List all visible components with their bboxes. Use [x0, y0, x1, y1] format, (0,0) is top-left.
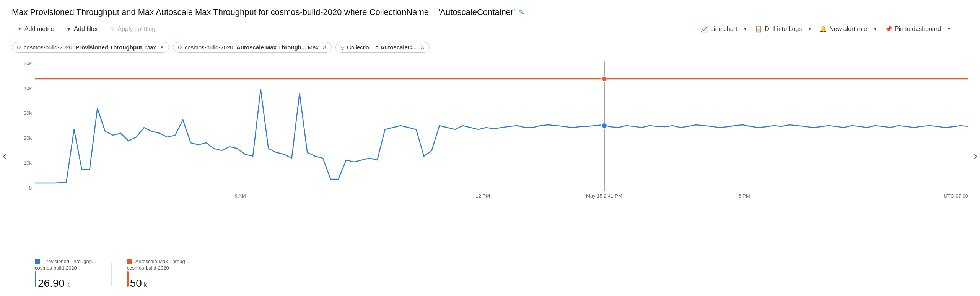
add-filter-button[interactable]: ▼ Add filter: [60, 23, 103, 35]
chart-plot-area: [35, 61, 968, 191]
add-metric-button[interactable]: ✦ Add metric: [12, 23, 59, 35]
legend-provisioned-sub-row: cosmos-build-2020: [35, 265, 96, 271]
apply-splitting-icon: ⁘: [110, 26, 115, 33]
metric-chip-1-close[interactable]: ✕: [160, 44, 164, 50]
utc-label: UTC-07:00: [944, 193, 968, 199]
legend-divider: [111, 263, 112, 286]
orange-cursor-dot: [602, 76, 607, 82]
toolbar-right: 📈 Line chart ▾ 📋 Drill into Logs ▾ 🔔 New…: [697, 23, 968, 35]
metric-chip-2-text: cosmos-build-2020, Autoscale Max Through…: [185, 44, 319, 51]
grid-line-10k: [35, 165, 968, 165]
blue-series-line: [35, 89, 968, 183]
drill-logs-icon: 📋: [755, 25, 762, 33]
legend-item-provisioned: Provisioned Throughp... cosmos-build-202…: [35, 258, 96, 289]
y-label-0: 0: [29, 185, 32, 191]
legend-autoscale-unit: k: [143, 281, 147, 289]
legend-provisioned-sub: cosmos-build-2020: [35, 265, 77, 271]
pin-dashboard-control: 📌 Pin to dashboard ▾: [881, 23, 953, 35]
metric-chip-1[interactable]: ⟳ cosmos-build-2020, Provisioned Through…: [12, 42, 169, 53]
metric-chip-2[interactable]: ⟳ cosmos-build-2020, Autoscale Max Throu…: [173, 42, 332, 53]
pin-dashboard-button[interactable]: 📌 Pin to dashboard: [881, 23, 945, 35]
chart-wrapper: 50k 40k 30k 20k 10k 0: [12, 61, 968, 206]
pin-dashboard-icon: 📌: [885, 25, 892, 33]
legend-autoscale-value: 50: [130, 277, 142, 289]
filter-chip-icon: ▽: [340, 44, 345, 51]
legend-provisioned-value-row: 26.90 k: [35, 271, 96, 289]
legend-autoscale-sub: cosmos-build-2020: [127, 265, 169, 271]
legend-provisioned-bar: [35, 271, 36, 287]
filter-chip-text: Collectio... = AutoscaleC...: [347, 44, 417, 51]
legend-autoscale-label: Autoscale Max Throug...: [135, 258, 189, 264]
pin-dashboard-dropdown[interactable]: ▾: [945, 24, 953, 34]
x-label-12pm: 12 PM: [475, 193, 490, 199]
grid-line-50k: [35, 61, 968, 61]
legend-area: Provisioned Throughp... cosmos-build-202…: [0, 255, 980, 296]
metric-chip-2-icon: ⟳: [178, 44, 182, 51]
metric-chip-2-close[interactable]: ✕: [322, 44, 327, 50]
grid-line-20k: [35, 139, 968, 139]
apply-splitting-button[interactable]: ⁘ Apply splitting: [105, 23, 161, 35]
grid-line-40k: [35, 87, 968, 87]
chart-svg: [35, 61, 968, 191]
more-options-button[interactable]: ···: [955, 23, 968, 35]
new-alert-label: New alert rule: [829, 26, 867, 33]
filter-bar: ⟳ cosmos-build-2020, Provisioned Through…: [0, 38, 980, 57]
line-chart-label: Line chart: [710, 26, 737, 33]
y-label-50k: 50k: [24, 61, 32, 66]
line-chart-dropdown[interactable]: ▾: [741, 24, 749, 34]
x-label-cursor: May 15 2:41 PM: [586, 193, 622, 199]
toolbar: ✦ Add metric ▼ Add filter ⁘ Apply splitt…: [0, 20, 980, 38]
line-chart-icon: 📈: [700, 25, 708, 33]
legend-autoscale-bar: [127, 271, 129, 287]
x-label-6am: 6 AM: [234, 193, 246, 199]
pin-dashboard-label: Pin to dashboard: [895, 26, 941, 33]
chart-nav-right[interactable]: ›: [972, 146, 980, 166]
filter-chip-close[interactable]: ✕: [420, 44, 425, 50]
new-alert-icon: 🔔: [819, 25, 827, 33]
y-axis: 50k 40k 30k 20k 10k 0: [12, 61, 35, 191]
chart-area: ‹ › 50k 40k 30k 20k 10k 0: [0, 57, 980, 255]
legend-autoscale-color-swatch: [127, 259, 132, 264]
new-alert-dropdown[interactable]: ▾: [871, 24, 879, 34]
legend-autoscale-value-row: 50 k: [127, 271, 189, 289]
drill-logs-button[interactable]: 📋 Drill into Logs: [751, 23, 806, 35]
legend-autoscale-sub-row: cosmos-build-2020: [127, 265, 189, 271]
add-filter-label: Add filter: [74, 26, 98, 33]
main-container: Max Provisioned Throughput and Max Autos…: [0, 0, 980, 296]
metric-chip-1-text: cosmos-build-2020, Provisioned Throughpu…: [24, 44, 156, 51]
legend-autoscale-header: Autoscale Max Throug...: [127, 258, 189, 264]
title-bar: Max Provisioned Throughput and Max Autos…: [0, 0, 980, 20]
edit-title-icon[interactable]: ✎: [519, 8, 524, 16]
y-label-10k: 10k: [24, 160, 32, 166]
legend-provisioned-value: 26.90: [38, 277, 65, 289]
metric-chip-1-icon: ⟳: [17, 44, 21, 51]
add-metric-label: Add metric: [24, 26, 54, 33]
new-alert-button[interactable]: 🔔 New alert rule: [816, 23, 871, 35]
line-chart-control: 📈 Line chart ▾: [697, 23, 749, 35]
add-metric-icon: ✦: [17, 26, 22, 33]
toolbar-left: ✦ Add metric ▼ Add filter ⁘ Apply splitt…: [12, 23, 161, 35]
drill-logs-control: 📋 Drill into Logs ▾: [751, 23, 814, 35]
legend-provisioned-header: Provisioned Throughp...: [35, 258, 96, 264]
y-label-30k: 30k: [24, 110, 32, 116]
blue-cursor-dot: [602, 123, 607, 128]
line-chart-button[interactable]: 📈 Line chart: [697, 23, 741, 35]
filter-chip-collection[interactable]: ▽ Collectio... = AutoscaleC... ✕: [335, 42, 430, 53]
drill-logs-dropdown[interactable]: ▾: [806, 24, 814, 34]
drill-logs-label: Drill into Logs: [765, 26, 802, 33]
legend-provisioned-label: Provisioned Throughp...: [43, 258, 96, 264]
legend-provisioned-color-swatch: [35, 259, 40, 264]
legend-item-autoscale: Autoscale Max Throug... cosmos-build-202…: [127, 258, 189, 289]
x-axis: 6 AM 12 PM May 15 2:41 PM 6 PM UTC-07:00: [35, 191, 968, 206]
x-label-6pm: 6 PM: [738, 193, 750, 199]
grid-line-30k: [35, 113, 968, 113]
chart-nav-left[interactable]: ‹: [0, 146, 8, 166]
apply-splitting-label: Apply splitting: [117, 26, 155, 33]
legend-provisioned-unit: k: [66, 281, 70, 289]
chart-title: Max Provisioned Throughput and Max Autos…: [12, 7, 515, 17]
add-filter-icon: ▼: [66, 26, 72, 32]
y-label-40k: 40k: [24, 85, 32, 91]
new-alert-control: 🔔 New alert rule ▾: [816, 23, 879, 35]
y-label-20k: 20k: [24, 135, 32, 141]
